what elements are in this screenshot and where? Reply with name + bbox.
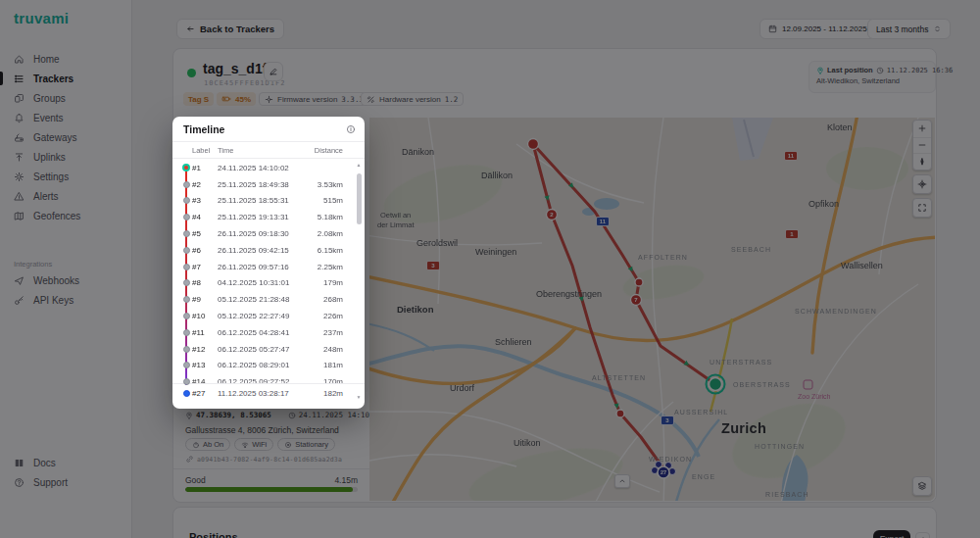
timeline-row-distance: 6.15km: [300, 246, 343, 255]
app-root: truvami HomeTrackersGroupsEventsGateways…: [0, 0, 980, 538]
timeline-row-distance: 2.25km: [300, 263, 343, 271]
timeline-marker: [183, 329, 190, 336]
timeline-row-time: 24.11.2025 14:10:02: [218, 164, 300, 172]
column-time: Time: [218, 146, 300, 155]
timeline-marker: [182, 164, 190, 171]
timeline-row-distance: 182m: [300, 389, 343, 398]
timeline-row-distance: 5.18km: [300, 213, 343, 221]
timeline-marker: [183, 390, 190, 397]
timeline-row[interactable]: #425.11.2025 19:13:315.18km: [172, 209, 365, 225]
timeline-marker: [183, 264, 190, 270]
timeline-row-label: #2: [192, 180, 218, 189]
timeline-column-headers: Label Time Distance: [172, 142, 365, 159]
modal-backdrop[interactable]: [0, 0, 980, 538]
timeline-marker: [183, 181, 190, 188]
timeline-row[interactable]: #1106.12.2025 04:28:41237m: [172, 324, 365, 341]
timeline-row[interactable]: #905.12.2025 21:28:48268m: [172, 291, 365, 308]
timeline-row-time: 05.12.2025 21:28:48: [218, 295, 300, 304]
timeline-row-label: #10: [192, 312, 218, 320]
info-icon[interactable]: [346, 124, 356, 134]
timeline-row-label: #4: [192, 213, 218, 221]
timeline-row[interactable]: #325.11.2025 18:55:31515m: [172, 193, 365, 210]
timeline-row-label: #12: [192, 345, 218, 354]
timeline-marker: [183, 247, 190, 254]
timeline-row[interactable]: #124.11.2025 14:10:02: [172, 160, 365, 176]
timeline-row-distance: 237m: [300, 328, 343, 337]
timeline-row-time: 25.11.2025 18:55:31: [218, 196, 300, 205]
timeline-scrollbar-thumb[interactable]: [357, 173, 362, 224]
timeline-row-label: #27: [192, 389, 218, 398]
timeline-row-label: #11: [192, 328, 218, 337]
timeline-pinned-row[interactable]: #2711.12.2025 03:28:17182m: [172, 383, 365, 402]
timeline-row-time: 26.11.2025 09:57:16: [218, 263, 300, 271]
timeline-row-label: #8: [192, 278, 218, 287]
timeline-row-distance: 226m: [300, 312, 343, 320]
timeline-row-distance: 181m: [300, 361, 343, 369]
timeline-row-time: 06.12.2025 05:27:47: [218, 345, 300, 354]
timeline-row-label: #13: [192, 361, 218, 369]
timeline-row-time: 06.12.2025 08:29:01: [218, 361, 300, 369]
timeline-row-distance: 2.08km: [300, 229, 343, 238]
timeline-row-distance: 268m: [300, 295, 343, 304]
timeline-row-label: #7: [192, 263, 218, 271]
timeline-row-distance: 248m: [300, 345, 343, 354]
timeline-marker: [183, 230, 190, 237]
timeline-modal-header: Timeline: [172, 117, 365, 142]
timeline-row-time: 06.12.2025 04:28:41: [218, 328, 300, 337]
timeline-marker: [183, 362, 190, 368]
timeline-row-time: 05.12.2025 22:27:49: [218, 312, 300, 320]
timeline-row-time: 26.11.2025 09:18:30: [218, 229, 300, 238]
timeline-row[interactable]: #1005.12.2025 22:27:49226m: [172, 308, 365, 324]
timeline-marker: [183, 279, 190, 286]
timeline-row-distance: 3.53km: [300, 180, 343, 189]
timeline-row-label: #9: [192, 295, 218, 304]
timeline-row[interactable]: #526.11.2025 09:18:302.08km: [172, 225, 365, 242]
timeline-list[interactable]: #124.11.2025 14:10:02#225.11.2025 18:49:…: [172, 160, 365, 385]
timeline-row-time: 04.12.2025 10:31:01: [218, 278, 300, 287]
timeline-row[interactable]: #804.12.2025 10:31:01179m: [172, 275, 365, 292]
timeline-row-label: #1: [192, 164, 218, 172]
timeline-row[interactable]: #726.11.2025 09:57:162.25km: [172, 259, 365, 275]
timeline-row-label: #3: [192, 196, 218, 205]
timeline-title: Timeline: [183, 123, 224, 135]
timeline-row-time: 25.11.2025 18:49:38: [218, 180, 300, 189]
timeline-row-distance: 179m: [300, 278, 343, 287]
timeline-row-time: 26.11.2025 09:42:15: [218, 246, 300, 255]
timeline-marker: [183, 313, 190, 319]
timeline-row[interactable]: #626.11.2025 09:42:156.15km: [172, 242, 365, 259]
timeline-modal: Timeline Label Time Distance #124.11.202…: [172, 117, 365, 409]
timeline-marker: [183, 378, 190, 385]
timeline-marker: [183, 214, 190, 220]
timeline-row[interactable]: #225.11.2025 18:49:383.53km: [172, 176, 365, 193]
timeline-row[interactable]: #1206.12.2025 05:27:47248m: [172, 341, 365, 358]
timeline-row[interactable]: #1306.12.2025 08:29:01181m: [172, 358, 365, 374]
timeline-row-time: 25.11.2025 19:13:31: [218, 213, 300, 221]
timeline-row-distance: 515m: [300, 196, 343, 205]
timeline-row-label: #5: [192, 229, 218, 238]
column-label: Label: [192, 146, 218, 155]
timeline-marker: [183, 296, 190, 303]
timeline-row-time: 11.12.2025 03:28:17: [218, 389, 300, 398]
timeline-marker: [183, 197, 190, 204]
column-distance: Distance: [300, 146, 343, 155]
timeline-marker: [183, 346, 190, 353]
timeline-row-label: #6: [192, 246, 218, 255]
